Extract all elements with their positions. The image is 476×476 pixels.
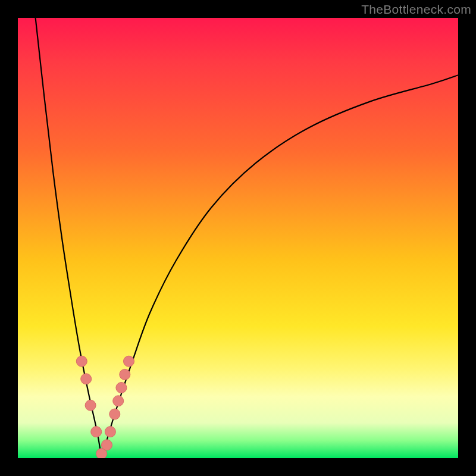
sample-marker [116, 383, 127, 393]
sample-marker [76, 356, 87, 367]
sample-marker [109, 409, 120, 419]
sample-marker [124, 356, 134, 367]
sample-marker [81, 374, 92, 384]
chart-frame: TheBottleneck.com [0, 0, 476, 476]
curve-left-branch [36, 18, 102, 458]
curve-right-branch [102, 75, 458, 458]
sample-marker [105, 427, 115, 437]
plot-area [18, 18, 458, 458]
sample-marker [120, 369, 130, 380]
sample-marker [113, 396, 124, 406]
sample-marker [102, 440, 112, 450]
sample-marker [91, 427, 102, 437]
sample-markers [76, 356, 134, 458]
bottleneck-curve [36, 18, 458, 458]
sample-marker [85, 400, 96, 411]
curve-layer [18, 18, 458, 458]
watermark-text: TheBottleneck.com [361, 2, 471, 17]
